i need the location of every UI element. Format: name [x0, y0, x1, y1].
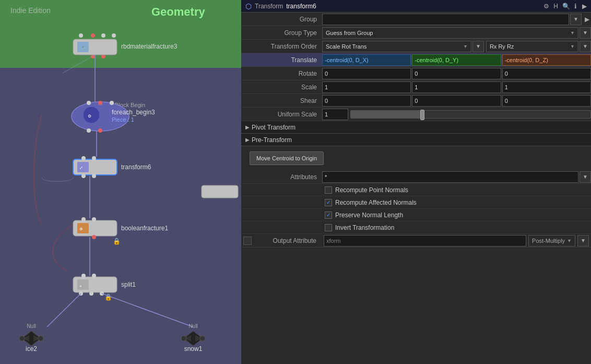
- group-input[interactable]: [322, 14, 569, 25]
- svg-text:⊕: ⊕: [79, 227, 83, 231]
- rotate-x-input[interactable]: [322, 68, 411, 79]
- post-multiply-container: Post-Multiply ▼: [528, 235, 575, 246]
- dot: [92, 156, 96, 160]
- pre-transform-header[interactable]: ▶ Pre-Transform: [241, 134, 591, 146]
- shear-inputs: [322, 95, 591, 107]
- rotate-order-display: Rx Ry Rz: [490, 43, 568, 50]
- rotate-order-arrow: ▼: [570, 44, 575, 49]
- shear-z-input[interactable]: [502, 95, 591, 107]
- zoom-icon[interactable]: 🔍: [562, 3, 570, 10]
- translate-y-input[interactable]: [412, 54, 501, 66]
- output-attribute-label: Output Attribute: [254, 237, 322, 244]
- group-label: Group: [241, 16, 322, 23]
- shear-x-input[interactable]: [322, 95, 411, 107]
- dot: [87, 128, 91, 133]
- wire: [53, 225, 73, 272]
- scale-inputs: [322, 81, 591, 93]
- recompute-point-normals-checkbox[interactable]: [325, 186, 332, 194]
- rotate-row: Rotate: [241, 67, 591, 80]
- dot: [92, 174, 96, 178]
- wire: [34, 115, 42, 225]
- uniform-scale-input[interactable]: [322, 109, 348, 120]
- snow1-node[interactable]: [181, 331, 205, 346]
- dot: [110, 101, 114, 105]
- info-icon[interactable]: ℹ: [574, 3, 577, 10]
- scale-z-input[interactable]: [502, 81, 591, 93]
- ice2-label: ice2: [26, 345, 37, 353]
- transform-order-row: Transform Order Scale Rot Trans ▼ ▼ Rx R…: [241, 40, 591, 53]
- scale-label: Scale: [241, 84, 322, 91]
- piece-1-label: Piece : 1: [112, 116, 134, 123]
- preserve-normal-length-checkbox[interactable]: [325, 212, 332, 219]
- uniform-scale-label: Uniform Scale: [241, 111, 322, 118]
- null-ice-label: Null: [27, 323, 36, 329]
- pre-transform-arrow-icon: ▶: [245, 137, 250, 143]
- attributes-dropdown-btn[interactable]: ▼: [580, 171, 591, 183]
- pivot-transform-label: Pivot Transform: [252, 124, 296, 131]
- ice2-node[interactable]: [19, 331, 43, 346]
- dot: [112, 33, 116, 38]
- scale-x-input[interactable]: [322, 81, 411, 93]
- attributes-container: ▼: [322, 171, 591, 183]
- dot: [92, 235, 96, 239]
- move-centroid-container: Move Centroid to Origin: [241, 146, 591, 170]
- group-row: Group ▼ ▶: [241, 13, 591, 26]
- rotate-label: Rotate: [241, 70, 322, 77]
- group-dropdown-btn[interactable]: ▼: [570, 14, 582, 25]
- rotate-z-input[interactable]: [502, 68, 591, 79]
- group-type-btn[interactable]: ▼: [580, 27, 591, 39]
- translate-inputs: [322, 54, 591, 66]
- rotate-y-input[interactable]: [412, 68, 501, 79]
- output-attribute-row: Output Attribute Post-Multiply ▼ ▼: [241, 234, 591, 248]
- translate-z-input[interactable]: [502, 54, 591, 66]
- attributes-label: Attributes: [241, 173, 322, 181]
- booleanfracture1-label: booleanfracture1: [121, 225, 168, 232]
- transform-order-btn[interactable]: ▼: [472, 41, 484, 52]
- shear-y-input[interactable]: [412, 95, 501, 107]
- post-multiply-btn[interactable]: ▼: [577, 235, 589, 246]
- pre-transform-label: Pre-Transform: [252, 136, 292, 144]
- svg-text:🔧: 🔧: [81, 45, 86, 50]
- dot: [101, 33, 105, 38]
- output-attribute-input[interactable]: [324, 235, 526, 246]
- translate-x-input[interactable]: [322, 54, 411, 66]
- null-snow-label: Null: [188, 323, 197, 329]
- invert-transformation-checkbox[interactable]: [325, 224, 332, 231]
- post-multiply-arrow: ▼: [567, 238, 572, 243]
- wire: [102, 293, 193, 327]
- dot: [98, 128, 102, 133]
- recompute-affected-normals-row: Recompute Affected Normals: [241, 196, 591, 209]
- uniform-scale-container: [322, 109, 591, 120]
- dot: [81, 174, 86, 178]
- transform-order-label: Transform Order: [241, 43, 322, 50]
- help-icon[interactable]: H: [553, 3, 558, 10]
- dot: [98, 101, 102, 105]
- title-bar: ⬡ Transform transform6 ⚙ H 🔍 ℹ ▶: [241, 0, 591, 13]
- transform-icon: ⬡: [245, 2, 252, 10]
- node-name-label: transform6: [286, 3, 316, 10]
- dot: [89, 291, 93, 296]
- snow1-label: snow1: [184, 345, 203, 353]
- pivot-arrow-icon: ▶: [245, 124, 250, 130]
- node-type-label: Transform: [255, 3, 283, 10]
- edge-node[interactable]: [202, 185, 238, 198]
- recompute-point-normals-label: Recompute Point Normals: [335, 186, 408, 194]
- group-type-dropdown-arrow: ▼: [570, 30, 575, 36]
- dot: [81, 217, 86, 221]
- node-graph-panel: Indie Edition Geometry 🔧 rbdmaterialfrac…: [0, 0, 241, 364]
- attributes-input[interactable]: [322, 171, 578, 183]
- rotate-inputs: [322, 68, 591, 79]
- foreach-begin3-label: foreach_begin3: [112, 109, 155, 116]
- dot: [87, 101, 91, 105]
- output-attribute-checkbox[interactable]: [243, 237, 252, 245]
- rotate-order-btn[interactable]: ▼: [580, 41, 591, 52]
- recompute-affected-normals-checkbox[interactable]: [325, 199, 332, 206]
- move-centroid-button[interactable]: Move Centroid to Origin: [250, 151, 324, 165]
- scale-row: Scale: [241, 80, 591, 94]
- uniform-scale-slider[interactable]: [350, 110, 591, 119]
- gear-icon[interactable]: ⚙: [543, 3, 549, 10]
- preserve-normal-length-row: Preserve Normal Length: [241, 209, 591, 221]
- scale-y-input[interactable]: [412, 81, 501, 93]
- rbdmaterialfracture3-label: rbdmaterialfracture3: [121, 43, 178, 50]
- pivot-transform-header[interactable]: ▶ Pivot Transform: [241, 121, 591, 134]
